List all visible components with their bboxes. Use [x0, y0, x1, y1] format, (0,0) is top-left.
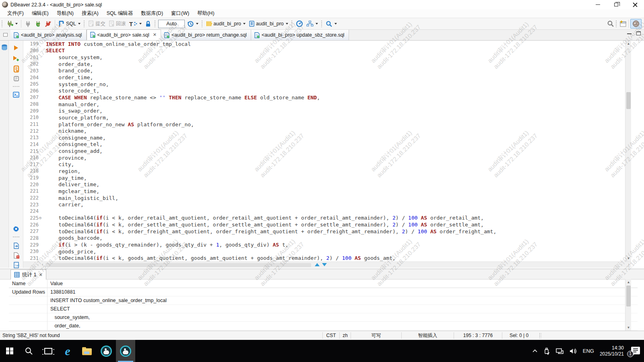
status-segment[interactable]: Sel: 0 | 0 [502, 332, 536, 339]
connection-selector[interactable]: audit_bi_pro [204, 19, 247, 28]
minimize-editor-icon[interactable] [627, 33, 632, 34]
code-line[interactable]: 208 manual_order, [23, 101, 625, 108]
tray-chevron-up-icon[interactable] [532, 349, 538, 353]
menu-item[interactable]: 导航(N) [53, 9, 78, 18]
dbeaver-perspective-button[interactable] [630, 19, 642, 29]
reconnect-button[interactable] [33, 19, 43, 29]
scroll-left-icon[interactable]: ‹ [42, 262, 43, 267]
close-tab-icon[interactable]: ✕ [153, 32, 157, 37]
code-line[interactable]: 209 is_swap_order, [23, 107, 625, 114]
sql-console-button[interactable] [12, 90, 20, 99]
menu-item[interactable]: SQL 编辑器 [103, 9, 137, 18]
file-explorer-button[interactable] [77, 340, 97, 362]
status-segment[interactable]: 195 : 3 : 7776 [454, 332, 502, 339]
close-button[interactable] [625, 0, 644, 9]
table-row[interactable]: SELECT [9, 305, 638, 313]
results-scrollbar-thumb[interactable] [626, 286, 631, 306]
autocommit-select[interactable]: Auto [158, 20, 185, 28]
transaction-mode-button[interactable]: T [128, 19, 143, 29]
editor-vertical-scrollbar[interactable]: ▲ ▼ [625, 41, 631, 261]
code-line[interactable]: 229 if(i > (k - goods_qty_remainder), go… [23, 241, 625, 248]
status-segment[interactable]: 可写 [351, 332, 401, 339]
scroll-down-icon[interactable]: ▼ [625, 255, 632, 261]
status-segment[interactable]: CST [322, 332, 339, 339]
usb-device-icon[interactable] [543, 347, 550, 355]
table-row[interactable]: INSERT INTO custom_online_sale_order_tmp… [9, 296, 638, 305]
word-wrap-doc-button[interactable]: (ω) [12, 261, 20, 269]
editor-hscrollbar-thumb[interactable] [45, 263, 311, 267]
code-line[interactable]: 210 source_platform, [23, 114, 625, 121]
code-line[interactable]: 225⊖ toDecimal64(if(i < k, order_retail_… [23, 215, 625, 222]
db-search-button[interactable] [324, 19, 339, 29]
menu-item[interactable]: 搜索(A) [78, 9, 103, 18]
lock-button[interactable] [143, 19, 153, 29]
code-line[interactable]: 200SELECT [23, 47, 625, 54]
notification-center-button[interactable]: 1 [630, 347, 640, 356]
results-vertical-scrollbar[interactable]: ▲ ▼ [625, 279, 631, 331]
code-line[interactable]: 230 goods_price, [23, 248, 625, 255]
code-line[interactable]: 227 toDecimal64(if(i < k, order_freight_… [23, 228, 625, 235]
restore-panel-icon[interactable] [3, 33, 8, 37]
code-line[interactable]: 221 mgclear_time, [23, 188, 625, 195]
code-line[interactable]: 215 consignee_add, [23, 148, 625, 154]
code-line[interactable]: 214 consignee_tel, [23, 141, 625, 148]
editor-horizontal-scrollbar[interactable]: ‹ › [23, 261, 631, 268]
scroll-up-icon[interactable]: ▲ [625, 279, 632, 285]
sql-code-editor[interactable]: 199INSERT INTO custom_online_sale_order_… [23, 41, 625, 261]
rollback-button[interactable]: 回滚 [107, 19, 128, 29]
close-tab-icon[interactable]: ✕ [39, 272, 42, 278]
scroll-up-icon[interactable]: ▲ [625, 41, 632, 47]
internet-explorer-button[interactable]: e [58, 340, 77, 362]
code-line[interactable]: 212 nickname, [23, 128, 625, 134]
menu-item[interactable]: 文件(F) [3, 9, 28, 18]
cluster-button[interactable] [305, 19, 320, 28]
code-line[interactable]: 218 region, [23, 168, 625, 175]
export-doc-button[interactable] [12, 242, 20, 250]
execute-new-tab-button[interactable] [12, 54, 20, 62]
dbeaver-taskbar-button[interactable] [97, 340, 116, 362]
menu-item[interactable]: 数据库(D) [137, 9, 167, 18]
editor-tab[interactable]: <audit_bi_pro> analysis.sql [10, 30, 87, 40]
code-line[interactable]: 199INSERT INTO custom_online_sale_order_… [23, 41, 625, 47]
code-line[interactable]: 224 [23, 208, 625, 215]
menu-item[interactable]: 窗口(W) [167, 9, 193, 18]
code-line[interactable]: 201 source_system, [23, 54, 625, 61]
dashboard-button[interactable] [294, 19, 305, 29]
input-language-indicator[interactable]: ENG [583, 348, 594, 354]
table-row[interactable]: source_system, [9, 313, 638, 322]
transaction-log-button[interactable] [186, 19, 200, 29]
column-header-name[interactable]: Name [9, 280, 47, 288]
code-line[interactable]: 204 order_time, [23, 74, 625, 81]
code-line[interactable]: 203 brand_code, [23, 68, 625, 74]
code-line[interactable]: 205 system_order_no, [23, 81, 625, 88]
status-segment[interactable]: zh [339, 332, 351, 339]
maximize-button[interactable] [607, 0, 625, 9]
code-line[interactable]: 213 consignee_name, [23, 134, 625, 141]
code-line[interactable]: 222 main_logistic_bill, [23, 195, 625, 202]
code-line[interactable]: 220 deliver_time, [23, 181, 625, 188]
table-row[interactable]: Updated Rows138810881 [9, 288, 638, 296]
volume-icon[interactable] [569, 348, 577, 355]
code-line[interactable]: 211 platform_order_no_new AS platform_or… [23, 121, 625, 128]
column-header-value[interactable]: Value [47, 281, 63, 286]
disconnect-button[interactable] [23, 19, 33, 29]
code-line[interactable]: 202 order_date, [23, 61, 625, 68]
menu-item[interactable]: 编辑(E) [28, 9, 53, 18]
scroll-right-icon[interactable]: › [628, 262, 630, 267]
scroll-down-icon[interactable]: ▼ [625, 325, 632, 331]
statistics-tab[interactable]: 统计 1 ✕ [10, 269, 46, 280]
sql-editor-button[interactable]: SQL [57, 19, 82, 29]
kill-connection-button[interactable] [43, 19, 53, 29]
commit-button[interactable]: 提交 [87, 19, 107, 29]
editor-tab[interactable]: <audit_bi_pro> sale.sql✕ [87, 29, 161, 40]
execute-statement-button[interactable] [12, 44, 20, 52]
sash-maximize-icon[interactable] [315, 263, 320, 266]
code-line[interactable]: 231 toDecimal64(if(i < k, goods_amt_quot… [23, 255, 625, 262]
open-perspective-icon[interactable] [619, 20, 627, 27]
sash-restore-icon[interactable] [322, 263, 327, 266]
table-row[interactable]: order_date, [9, 322, 638, 330]
code-line[interactable]: 223 carrier, [23, 201, 625, 208]
code-line[interactable]: 217 city, [23, 161, 625, 168]
explain-plan-button[interactable] [12, 74, 20, 82]
code-line[interactable]: 219 pay_time, [23, 175, 625, 181]
